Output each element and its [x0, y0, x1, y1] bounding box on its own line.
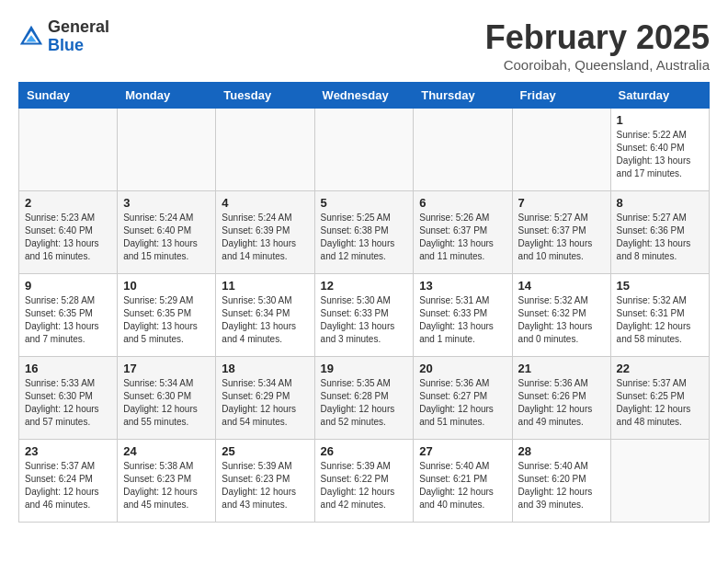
day-header-thursday: Thursday [414, 83, 512, 109]
day-info: Sunrise: 5:34 AM Sunset: 6:30 PM Dayligh… [123, 377, 210, 429]
day-info: Sunrise: 5:39 AM Sunset: 6:22 PM Dayligh… [321, 460, 408, 511]
day-number: 1 [617, 113, 703, 127]
calendar-cell: 2Sunrise: 5:23 AM Sunset: 6:40 PM Daylig… [19, 191, 118, 274]
day-header-monday: Monday [118, 83, 216, 109]
day-number: 4 [222, 196, 308, 210]
logo-blue-text: Blue [48, 36, 84, 54]
calendar-cell: 22Sunrise: 5:37 AM Sunset: 6:25 PM Dayli… [610, 357, 709, 440]
day-number: 15 [617, 279, 703, 293]
calendar-cell: 13Sunrise: 5:31 AM Sunset: 6:33 PM Dayli… [414, 274, 512, 357]
calendar-week-row: 23Sunrise: 5:37 AM Sunset: 6:24 PM Dayli… [19, 440, 710, 523]
calendar-cell [19, 109, 118, 191]
day-info: Sunrise: 5:32 AM Sunset: 6:31 PM Dayligh… [617, 294, 703, 346]
page-header: General Blue February 2025 Cooroibah, Qu… [18, 18, 710, 73]
calendar-cell: 25Sunrise: 5:39 AM Sunset: 6:23 PM Dayli… [216, 440, 314, 523]
day-info: Sunrise: 5:32 AM Sunset: 6:32 PM Dayligh… [518, 294, 605, 346]
day-header-wednesday: Wednesday [314, 83, 414, 109]
calendar-cell: 15Sunrise: 5:32 AM Sunset: 6:31 PM Dayli… [610, 274, 709, 357]
title-section: February 2025 Cooroibah, Queensland, Aus… [485, 18, 710, 73]
calendar-cell: 1Sunrise: 5:22 AM Sunset: 6:40 PM Daylig… [610, 109, 709, 191]
calendar-cell [414, 109, 512, 191]
day-number: 5 [321, 196, 408, 210]
day-info: Sunrise: 5:37 AM Sunset: 6:25 PM Dayligh… [617, 377, 703, 429]
calendar-week-row: 16Sunrise: 5:33 AM Sunset: 6:30 PM Dayli… [19, 357, 710, 440]
day-number: 20 [419, 362, 506, 375]
day-info: Sunrise: 5:24 AM Sunset: 6:39 PM Dayligh… [222, 212, 308, 263]
calendar-cell: 10Sunrise: 5:29 AM Sunset: 6:35 PM Dayli… [118, 274, 216, 357]
day-number: 14 [518, 279, 605, 293]
day-info: Sunrise: 5:25 AM Sunset: 6:38 PM Dayligh… [321, 212, 408, 263]
calendar-week-row: 2Sunrise: 5:23 AM Sunset: 6:40 PM Daylig… [19, 191, 710, 274]
calendar-body: 1Sunrise: 5:22 AM Sunset: 6:40 PM Daylig… [19, 109, 710, 523]
day-number: 26 [321, 444, 408, 458]
calendar-cell: 6Sunrise: 5:26 AM Sunset: 6:37 PM Daylig… [414, 191, 512, 274]
logo-general-text: General [48, 17, 109, 36]
day-number: 21 [518, 362, 605, 375]
calendar-subtitle: Cooroibah, Queensland, Australia [485, 57, 710, 73]
day-info: Sunrise: 5:23 AM Sunset: 6:40 PM Dayligh… [25, 212, 111, 263]
calendar-week-row: 9Sunrise: 5:28 AM Sunset: 6:35 PM Daylig… [19, 274, 710, 357]
calendar-cell: 26Sunrise: 5:39 AM Sunset: 6:22 PM Dayli… [314, 440, 414, 523]
day-header-friday: Friday [512, 83, 610, 109]
calendar-cell: 7Sunrise: 5:27 AM Sunset: 6:37 PM Daylig… [512, 191, 610, 274]
calendar-cell: 21Sunrise: 5:36 AM Sunset: 6:26 PM Dayli… [512, 357, 610, 440]
calendar-cell: 28Sunrise: 5:40 AM Sunset: 6:20 PM Dayli… [512, 440, 610, 523]
calendar-cell: 23Sunrise: 5:37 AM Sunset: 6:24 PM Dayli… [19, 440, 118, 523]
day-info: Sunrise: 5:30 AM Sunset: 6:34 PM Dayligh… [222, 294, 308, 346]
calendar-cell [610, 440, 709, 523]
day-number: 7 [518, 196, 605, 210]
calendar-header-row: SundayMondayTuesdayWednesdayThursdayFrid… [19, 83, 710, 109]
day-number: 10 [123, 279, 210, 293]
calendar-table: SundayMondayTuesdayWednesdayThursdayFrid… [18, 82, 710, 523]
day-info: Sunrise: 5:35 AM Sunset: 6:28 PM Dayligh… [321, 377, 408, 429]
day-number: 8 [617, 196, 703, 210]
day-info: Sunrise: 5:33 AM Sunset: 6:30 PM Dayligh… [25, 377, 111, 429]
calendar-cell: 14Sunrise: 5:32 AM Sunset: 6:32 PM Dayli… [512, 274, 610, 357]
calendar-cell: 24Sunrise: 5:38 AM Sunset: 6:23 PM Dayli… [118, 440, 216, 523]
day-info: Sunrise: 5:26 AM Sunset: 6:37 PM Dayligh… [419, 212, 506, 263]
day-number: 3 [123, 196, 210, 210]
day-info: Sunrise: 5:39 AM Sunset: 6:23 PM Dayligh… [222, 460, 308, 511]
calendar-cell [314, 109, 414, 191]
day-info: Sunrise: 5:34 AM Sunset: 6:29 PM Dayligh… [222, 377, 308, 429]
calendar-cell: 8Sunrise: 5:27 AM Sunset: 6:36 PM Daylig… [610, 191, 709, 274]
day-number: 18 [222, 362, 308, 375]
calendar-cell: 9Sunrise: 5:28 AM Sunset: 6:35 PM Daylig… [19, 274, 118, 357]
day-number: 9 [25, 279, 111, 293]
calendar-cell: 17Sunrise: 5:34 AM Sunset: 6:30 PM Dayli… [118, 357, 216, 440]
day-number: 19 [321, 362, 408, 375]
day-number: 22 [617, 362, 703, 375]
day-info: Sunrise: 5:40 AM Sunset: 6:20 PM Dayligh… [518, 460, 605, 511]
day-number: 17 [123, 362, 210, 375]
calendar-week-row: 1Sunrise: 5:22 AM Sunset: 6:40 PM Daylig… [19, 109, 710, 191]
day-info: Sunrise: 5:36 AM Sunset: 6:27 PM Dayligh… [419, 377, 506, 429]
day-number: 23 [25, 444, 111, 458]
day-info: Sunrise: 5:22 AM Sunset: 6:40 PM Dayligh… [617, 129, 703, 180]
day-info: Sunrise: 5:36 AM Sunset: 6:26 PM Dayligh… [518, 377, 605, 429]
calendar-cell: 27Sunrise: 5:40 AM Sunset: 6:21 PM Dayli… [414, 440, 512, 523]
day-info: Sunrise: 5:27 AM Sunset: 6:37 PM Dayligh… [518, 212, 605, 263]
day-info: Sunrise: 5:29 AM Sunset: 6:35 PM Dayligh… [123, 294, 210, 346]
day-info: Sunrise: 5:28 AM Sunset: 6:35 PM Dayligh… [25, 294, 111, 346]
day-header-tuesday: Tuesday [216, 83, 314, 109]
calendar-title: February 2025 [485, 18, 710, 57]
day-info: Sunrise: 5:38 AM Sunset: 6:23 PM Dayligh… [123, 460, 210, 511]
day-number: 6 [419, 196, 506, 210]
logo: General Blue [18, 18, 109, 55]
calendar-cell: 12Sunrise: 5:30 AM Sunset: 6:33 PM Dayli… [314, 274, 414, 357]
day-info: Sunrise: 5:37 AM Sunset: 6:24 PM Dayligh… [25, 460, 111, 511]
day-number: 12 [321, 279, 408, 293]
day-number: 25 [222, 444, 308, 458]
day-number: 28 [518, 444, 605, 458]
calendar-cell: 20Sunrise: 5:36 AM Sunset: 6:27 PM Dayli… [414, 357, 512, 440]
day-number: 13 [419, 279, 506, 293]
calendar-cell [118, 109, 216, 191]
calendar-cell: 19Sunrise: 5:35 AM Sunset: 6:28 PM Dayli… [314, 357, 414, 440]
day-info: Sunrise: 5:31 AM Sunset: 6:33 PM Dayligh… [419, 294, 506, 346]
calendar-cell [216, 109, 314, 191]
day-info: Sunrise: 5:24 AM Sunset: 6:40 PM Dayligh… [123, 212, 210, 263]
calendar-cell: 11Sunrise: 5:30 AM Sunset: 6:34 PM Dayli… [216, 274, 314, 357]
calendar-cell: 4Sunrise: 5:24 AM Sunset: 6:39 PM Daylig… [216, 191, 314, 274]
calendar-cell: 5Sunrise: 5:25 AM Sunset: 6:38 PM Daylig… [314, 191, 414, 274]
day-header-sunday: Sunday [19, 83, 118, 109]
